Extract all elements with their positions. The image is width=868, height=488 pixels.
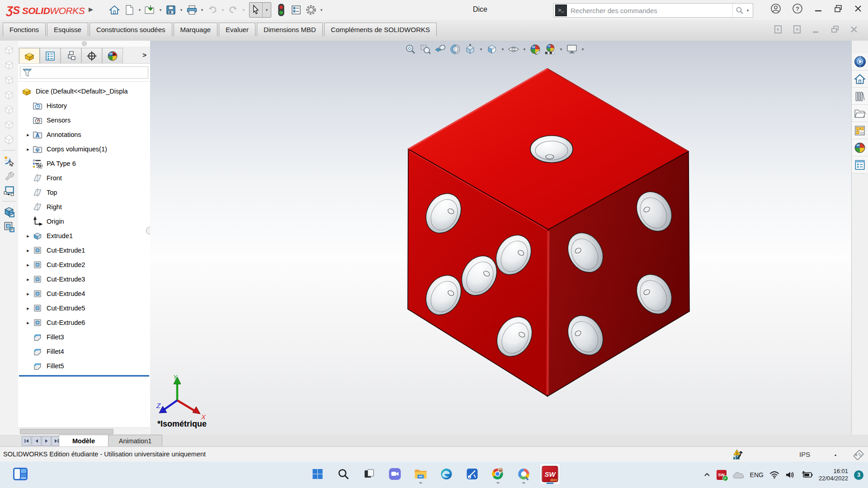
save-button[interactable] <box>164 3 178 17</box>
home-button[interactable] <box>108 3 121 17</box>
first-tab-button[interactable] <box>22 436 31 446</box>
tab-design-library[interactable] <box>852 88 868 105</box>
tree-item-front-plane[interactable]: Front <box>18 171 150 185</box>
chrome-button[interactable] <box>488 464 508 484</box>
tree-item-annotations[interactable]: ▸Annotations <box>18 127 150 142</box>
panel-expand-button[interactable]: > <box>139 47 150 63</box>
tab-file-explorer[interactable] <box>852 105 868 122</box>
redo-button[interactable] <box>226 3 240 17</box>
previous-tab-button[interactable] <box>32 436 41 446</box>
expand-arrow-icon[interactable]: ▸ <box>24 291 32 297</box>
widgets-button[interactable] <box>13 467 28 481</box>
zoom-to-fit-button[interactable] <box>404 43 417 56</box>
wifi-icon[interactable] <box>769 471 779 479</box>
undo-dropdown-caret[interactable]: ▾ <box>221 8 225 12</box>
view-front-icon[interactable] <box>3 44 15 56</box>
solidworks-taskbar-button[interactable]: SW2021 <box>540 463 561 485</box>
solidworks-tray-icon[interactable]: SW✓ <box>717 470 726 480</box>
previous-view-button[interactable] <box>434 43 447 56</box>
edge-button[interactable] <box>437 464 457 484</box>
print-dropdown-caret[interactable]: ▾ <box>200 8 204 12</box>
file-explorer-button[interactable] <box>411 464 431 484</box>
tab-animation1[interactable]: Animation1 <box>108 435 162 446</box>
pip-top-1[interactable] <box>530 136 573 163</box>
viewport-single-icon[interactable] <box>3 206 15 218</box>
zoom-to-area-button[interactable] <box>419 43 432 56</box>
tree-item-top-plane[interactable]: Top <box>18 185 150 200</box>
tab-fonctions[interactable]: Fonctions <box>3 23 46 36</box>
expand-arrow-icon[interactable]: ▸ <box>24 262 32 268</box>
options-button[interactable] <box>304 3 318 17</box>
pane-right-icon[interactable] <box>792 24 802 34</box>
tree-item-fillet4[interactable]: Fillet4 <box>18 344 150 359</box>
expand-arrow-icon[interactable]: ▸ <box>24 132 32 138</box>
tree-item-sensors[interactable]: Sensors <box>18 113 150 127</box>
search-icon[interactable] <box>736 6 744 14</box>
performance-warning-icon[interactable]: ! <box>732 449 746 460</box>
tree-item-cut-extrude3[interactable]: ▸Cut-Extrude3 <box>18 272 150 286</box>
section-view-button[interactable] <box>449 43 462 56</box>
redo-dropdown-caret[interactable]: ▾ <box>241 8 246 12</box>
tree-item-cut-extrude4[interactable]: ▸Cut-Extrude4 <box>18 286 150 301</box>
tab-constructions-soudees[interactable]: Constructions soudées <box>90 23 172 36</box>
tab-feature-tree[interactable] <box>19 48 40 63</box>
help-icon[interactable]: ? <box>792 3 803 14</box>
new-document-button[interactable] <box>123 3 136 17</box>
tab-appearances-scenes[interactable] <box>852 139 868 156</box>
tree-item-cut-extrude5[interactable]: ▸Cut-Extrude5 <box>18 301 150 315</box>
tree-item-extrude1[interactable]: ▸Extrude1 <box>18 229 150 243</box>
sketch-tool-icon[interactable] <box>3 155 15 167</box>
dice-faces[interactable] <box>408 69 689 396</box>
tree-item-fillet5[interactable]: Fillet5 <box>18 359 150 373</box>
apply-scene-caret[interactable]: ▾ <box>559 47 563 52</box>
units-selector[interactable]: IPS <box>799 450 810 458</box>
view-orientation-button[interactable] <box>464 43 476 56</box>
expand-arrow-icon[interactable]: ▸ <box>24 248 32 253</box>
tab-3dexperience[interactable] <box>852 53 868 70</box>
tab-marquage[interactable]: Marquage <box>174 23 218 36</box>
hide-show-caret[interactable]: ▾ <box>522 47 527 52</box>
tab-custom-properties[interactable] <box>852 156 868 174</box>
tab-configuration-manager[interactable] <box>61 48 81 63</box>
tab-view-palette[interactable] <box>852 122 868 139</box>
tag-icon[interactable] <box>853 449 864 460</box>
graphics-viewport[interactable]: ▾ ▾ ▾ ▾ ▾ <box>150 41 852 435</box>
view-settings-caret[interactable]: ▾ <box>580 47 585 52</box>
rebuild-button[interactable] <box>274 3 288 17</box>
rollback-bar[interactable] <box>19 375 149 376</box>
next-tab-button[interactable] <box>42 436 51 446</box>
tree-item-history[interactable]: History <box>18 99 150 113</box>
battery-charging-icon[interactable] <box>801 471 813 479</box>
tab-esquisse[interactable]: Esquisse <box>47 23 88 36</box>
tab-display-manager[interactable] <box>102 48 123 63</box>
tree-item-cut-extrude1[interactable]: ▸Cut-Extrude1 <box>18 243 150 258</box>
tree-item-material[interactable]: PA Type 6 <box>18 156 150 171</box>
pane-left-icon[interactable] <box>773 24 783 34</box>
hide-show-items-button[interactable] <box>507 43 520 56</box>
search-dropdown-caret[interactable]: ▾ <box>745 8 750 13</box>
doc-minimize-icon[interactable] <box>811 24 821 34</box>
onedrive-cloud-icon[interactable] <box>732 471 744 479</box>
view-back-icon[interactable] <box>3 59 15 71</box>
doc-close-icon[interactable] <box>849 24 859 34</box>
view-right-icon[interactable] <box>3 89 15 101</box>
close-icon[interactable] <box>854 4 863 13</box>
snipping-tool-button[interactable] <box>462 464 482 484</box>
task-view-button[interactable] <box>359 464 379 484</box>
language-indicator[interactable]: ENG <box>750 471 764 479</box>
notification-badge[interactable]: 3 <box>854 470 863 480</box>
display-style-caret[interactable]: ▾ <box>500 47 505 52</box>
undo-button[interactable] <box>206 3 219 17</box>
logo-expand-icon[interactable]: ▶ <box>89 6 93 13</box>
minimize-icon[interactable] <box>814 4 823 13</box>
panel-drag-handle[interactable] <box>18 41 150 47</box>
select-tool-dropdown[interactable]: ▾ <box>262 3 271 17</box>
view-top-icon[interactable] <box>3 104 15 116</box>
view-settings-button[interactable] <box>566 43 578 56</box>
instant3d-icon[interactable] <box>3 185 15 197</box>
search-input[interactable] <box>570 6 732 15</box>
new-dropdown-caret[interactable]: ▾ <box>137 8 142 12</box>
apply-scene-button[interactable] <box>544 43 557 56</box>
tree-filter-input[interactable] <box>20 66 148 79</box>
select-tool-button[interactable] <box>250 3 262 17</box>
